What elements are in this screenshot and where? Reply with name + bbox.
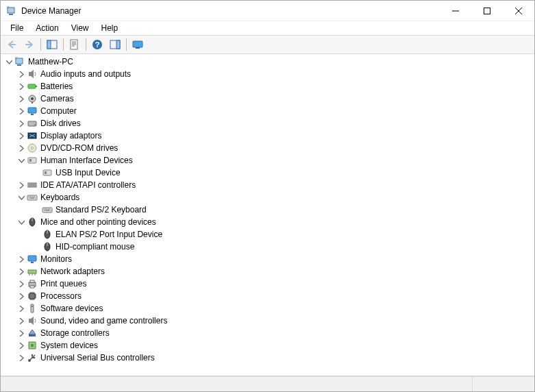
storage-controllers-icon (27, 328, 38, 339)
usb-input-device-icon (42, 167, 53, 178)
disk-drives-icon (27, 118, 38, 129)
chevron-right-icon[interactable] (16, 352, 27, 363)
tree-node-disk-drives[interactable]: Disk drives (1, 117, 534, 130)
tree-node-storage-controllers[interactable]: Storage controllers (1, 327, 534, 339)
chevron-right-icon[interactable] (16, 266, 27, 277)
tree-node-system-devices[interactable]: System devices (1, 339, 534, 352)
sound-video-and-game-controllers-icon (27, 315, 38, 326)
tree-node-elan-ps-2-port-input-device[interactable]: ELAN PS/2 Port Input Device (1, 228, 534, 241)
chevron-down-icon[interactable] (16, 155, 27, 166)
tree-node-batteries[interactable]: Batteries (1, 80, 534, 93)
tree-node-label: Print queues (40, 279, 86, 289)
toolbar-properties-button[interactable] (66, 37, 83, 52)
tree-node-audio-inputs-and-outputs[interactable]: Audio inputs and outputs (1, 68, 534, 80)
chevron-down-icon[interactable] (16, 217, 27, 228)
chevron-right-icon[interactable] (16, 315, 27, 326)
chevron-right-icon[interactable] (16, 291, 27, 302)
app-icon (6, 5, 17, 16)
toolbar-back-button[interactable] (3, 37, 20, 52)
standard-ps-2-keyboard-icon (42, 204, 53, 215)
tree-node-label: Sound, video and game controllers (40, 316, 167, 326)
display-adaptors-icon (27, 130, 38, 141)
tree-node-display-adaptors[interactable]: Display adaptors (1, 130, 534, 142)
maximize-button[interactable] (471, 1, 503, 21)
tree-node-mice-and-other-pointing-devices[interactable]: Mice and other pointing devices (1, 216, 534, 228)
tree-node-label: IDE ATA/ATAPI controllers (40, 180, 136, 190)
tree-node-usb-input-device[interactable]: USB Input Device (1, 167, 534, 179)
tree-node-label: Network adapters (40, 267, 105, 276)
chevron-right-icon[interactable] (16, 254, 27, 265)
tree-node-label: Software devices (40, 304, 103, 313)
toolbar-separator (126, 38, 127, 51)
tree-node-human-interface-devices[interactable]: Human Interface Devices (1, 154, 534, 167)
menu-action[interactable]: Action (30, 22, 64, 34)
tree-node-label: Human Interface Devices (40, 156, 133, 165)
toolbar-separator (86, 38, 86, 51)
titlebar: Device Manager (1, 1, 534, 21)
tree-node-computer[interactable]: Computer (1, 105, 534, 117)
menu-help[interactable]: Help (96, 22, 124, 34)
chevron-right-icon[interactable] (16, 340, 27, 351)
tree-node-universal-serial-bus-controllers[interactable]: Universal Serial Bus controllers (1, 352, 534, 364)
chevron-right-icon[interactable] (16, 303, 27, 314)
menu-view[interactable]: View (66, 22, 95, 34)
tree-node-label: Keyboards (40, 193, 79, 202)
tree-node-root[interactable]: Matthew-PC (1, 56, 534, 68)
chevron-right-icon[interactable] (16, 278, 27, 289)
cameras-icon (27, 93, 38, 104)
chevron-right-icon[interactable] (16, 143, 27, 154)
toolbar-help-button[interactable] (89, 37, 105, 52)
tree-node-label: Mice and other pointing devices (40, 217, 156, 227)
tree-node-label: Universal Serial Bus controllers (40, 353, 155, 363)
software-devices-icon (27, 303, 38, 314)
toolbar-action-pane-button[interactable] (107, 37, 123, 52)
tree-node-label: HID-compliant mouse (55, 242, 134, 252)
tree-node-ide-ata-atapi-controllers[interactable]: IDE ATA/ATAPI controllers (1, 179, 534, 191)
tree-node-keyboards[interactable]: Keyboards (1, 191, 534, 204)
chevron-right-icon[interactable] (16, 180, 27, 191)
toolbar-forward-button[interactable] (21, 37, 38, 52)
tree-node-hid-compliant-mouse[interactable]: HID-compliant mouse (1, 241, 534, 253)
tree-node-software-devices[interactable]: Software devices (1, 302, 534, 315)
menubar: File Action View Help (1, 21, 534, 35)
svg-rect-42 (484, 8, 490, 14)
chevron-right-icon[interactable] (16, 130, 27, 141)
tree-node-cameras[interactable]: Cameras (1, 93, 534, 105)
minimize-button[interactable] (440, 1, 471, 21)
chevron-right-icon[interactable] (16, 106, 27, 117)
close-button[interactable] (503, 1, 534, 21)
tree-node-label: DVD/CD-ROM drives (40, 143, 118, 153)
tree-node-label: Computer (40, 106, 77, 116)
tree-node-network-adapters[interactable]: Network adapters (1, 265, 534, 278)
statusbar (1, 376, 534, 391)
toolbar-scan-button[interactable] (129, 37, 146, 52)
universal-serial-bus-controllers-icon (27, 352, 38, 363)
chevron-right-icon[interactable] (16, 81, 27, 92)
tree-node-dvd-cd-rom-drives[interactable]: DVD/CD-ROM drives (1, 142, 534, 154)
tree-node-print-queues[interactable]: Print queues (1, 278, 534, 290)
statusbar-cell (1, 377, 473, 391)
chevron-right-icon[interactable] (16, 118, 27, 129)
tree-node-standard-ps-2-keyboard[interactable]: Standard PS/2 Keyboard (1, 204, 534, 216)
tree-node-sound-video-and-game-controllers[interactable]: Sound, video and game controllers (1, 315, 534, 327)
tree-node-label: USB Input Device (55, 168, 121, 177)
toolbar-separator (63, 38, 64, 51)
chevron-right-icon[interactable] (16, 69, 27, 79)
chevron-down-icon[interactable] (3, 56, 14, 67)
tree-node-label: Cameras (40, 94, 74, 103)
chevron-down-icon[interactable] (16, 192, 27, 203)
tree-node-label: Monitors (40, 254, 72, 264)
statusbar-cell (473, 377, 534, 391)
device-tree[interactable]: Matthew-PCAudio inputs and outputsBatter… (1, 54, 534, 376)
chevron-right-icon[interactable] (16, 328, 27, 339)
hid-compliant-mouse-icon (42, 241, 53, 252)
toolbar-console-tree-button[interactable] (44, 37, 60, 52)
menu-file[interactable]: File (5, 22, 29, 34)
human-interface-devices-icon (27, 155, 38, 166)
chevron-right-icon[interactable] (16, 93, 27, 104)
window-title: Device Manager (21, 6, 81, 16)
tree-node-processors[interactable]: Processors (1, 290, 534, 302)
tree-node-monitors[interactable]: Monitors (1, 253, 534, 265)
tree-node-label: ELAN PS/2 Port Input Device (55, 230, 162, 239)
audio-inputs-and-outputs-icon (27, 69, 38, 79)
